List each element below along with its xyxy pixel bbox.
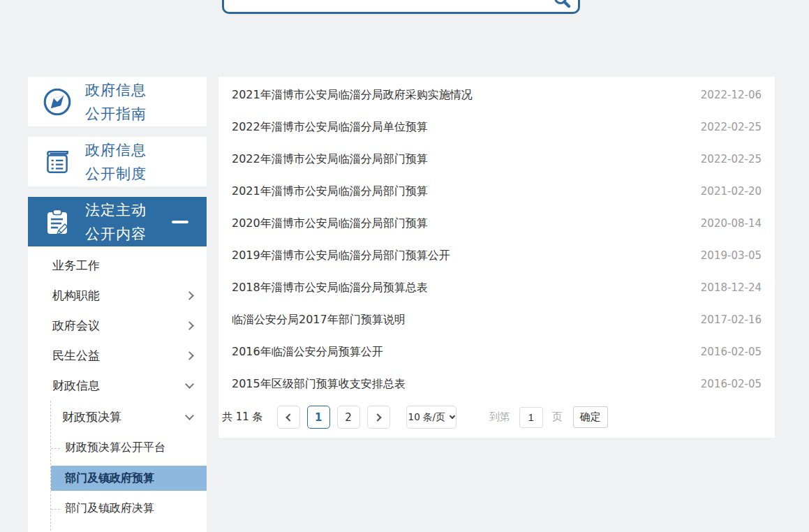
total-count-label: 共 11 条 <box>222 411 263 424</box>
list-item[interactable]: 2019年淄博市公安局临淄分局部门预算公开 2019-03-05 <box>232 239 762 272</box>
menu-item-label: 民生公益 <box>52 348 100 364</box>
sidebar-item-disclosure-system[interactable]: 政府信息 公开制度 <box>28 137 207 186</box>
menu-item-label: 政府会议 <box>52 318 100 334</box>
sidebar-item-label: 法定主动 公开内容 <box>85 198 147 246</box>
sidebar-item-budget-platform[interactable]: 财政预决算公开平台 <box>51 433 207 463</box>
article-date: 2016-02-05 <box>701 378 762 390</box>
ledger-icon <box>40 145 74 179</box>
menu-item-label: 机构职能 <box>52 288 100 304</box>
chevron-right-icon <box>185 321 194 330</box>
chevron-down-icon <box>185 380 194 389</box>
article-title[interactable]: 2021年淄博市公安局临淄分局政府采购实施情况 <box>232 88 473 103</box>
menu-item-label: 财政预决算公开平台 <box>65 441 165 455</box>
page-button-2[interactable]: 2 <box>337 406 360 429</box>
collapse-minus-icon[interactable] <box>172 221 188 223</box>
article-title[interactable]: 2022年淄博市公安局临淄分局单位预算 <box>232 120 428 135</box>
article-date: 2016-02-05 <box>701 346 762 358</box>
article-date: 2017-02-16 <box>701 313 762 326</box>
compass-icon <box>40 85 74 119</box>
chevron-down-icon <box>449 413 454 419</box>
goto-suffix-label: 页 <box>552 411 563 424</box>
chevron-down-icon <box>185 411 194 420</box>
chevron-right-icon <box>373 413 381 421</box>
page-button-1[interactable]: 1 <box>307 406 330 429</box>
clipboard-pencil-icon <box>40 205 74 239</box>
article-date: 2022-02-25 <box>701 121 762 133</box>
list-item[interactable]: 2018年淄博市公安局临淄分局预算总表 2018-12-24 <box>232 272 762 304</box>
goto-prefix-label: 到第 <box>489 411 510 424</box>
sidebar: 政府信息 公开指南 政府信息 公开制度 <box>28 77 207 532</box>
article-title[interactable]: 2019年淄博市公安局临淄分局部门预算公开 <box>232 249 450 263</box>
list-item[interactable]: 2022年淄博市公安局临淄分局单位预算 2022-02-25 <box>232 111 762 143</box>
article-date: 2018-12-24 <box>701 281 762 294</box>
article-title[interactable]: 2022年淄博市公安局临淄分局部门预算 <box>232 152 428 167</box>
list-item[interactable]: 2015年区级部门预算收支安排总表 2016-02-05 <box>232 368 762 400</box>
article-date: 2019-03-05 <box>701 249 762 262</box>
goto-page-group: 到第 页 确定 <box>489 406 608 428</box>
page: 政府信息 公开指南 政府信息 公开制度 <box>0 0 809 532</box>
sidebar-item-org-functions[interactable]: 机构职能 <box>28 281 207 311</box>
article-title[interactable]: 2020年淄博市公安局临淄分局部门预算 <box>232 216 428 231</box>
menu-item-label: 业务工作 <box>52 258 100 274</box>
fiscal-subtree: 财政预决算 财政预决算公开平台 部门及镇政府预算 部门及镇政府决算 <box>50 401 207 532</box>
next-page-button[interactable] <box>367 406 390 429</box>
list-item[interactable]: 2021年淄博市公安局临淄分局政府采购实施情况 2022-12-06 <box>232 79 762 111</box>
article-title[interactable]: 临淄公安分局2017年部门预算说明 <box>232 313 406 327</box>
sidebar-item-fiscal-info[interactable]: 财政信息 <box>28 371 207 401</box>
sidebar-item-business-work[interactable]: 业务工作 <box>28 251 207 281</box>
sidebar-item-statutory-disclosure[interactable]: 法定主动 公开内容 <box>28 197 207 246</box>
page-size-label: 10 条/页 <box>408 411 445 424</box>
chevron-right-icon <box>185 291 194 300</box>
chevron-right-icon <box>185 351 194 360</box>
menu-item-label: 财政信息 <box>52 378 100 394</box>
article-list-panel: 2021年淄博市公安局临淄分局政府采购实施情况 2022-12-06 2022年… <box>218 77 775 438</box>
list-item[interactable]: 2016年临淄公安分局预算公开 2016-02-05 <box>232 336 762 368</box>
article-title[interactable]: 2021年淄博市公安局临淄分局部门预算 <box>232 184 428 199</box>
sidebar-item-livelihood[interactable]: 民生公益 <box>28 341 207 371</box>
chevron-left-icon <box>285 413 293 421</box>
prev-page-button[interactable] <box>277 406 300 429</box>
list-item[interactable]: 临淄公安分局2017年部门预算说明 2017-02-16 <box>232 304 762 336</box>
sidebar-item-label: 政府信息 公开制度 <box>85 138 147 186</box>
article-date: 2022-12-06 <box>701 89 762 101</box>
pagination-bar: 共 11 条 1 2 10 条/页 到第 页 确定 <box>222 406 608 429</box>
sidebar-menu: 业务工作 机构职能 政府会议 民生公益 财政信息 财政预决算 <box>28 246 207 532</box>
menu-item-label: 部门及镇政府预算 <box>65 471 154 486</box>
article-date: 2021-02-20 <box>701 185 762 198</box>
page-size-select[interactable]: 10 条/页 <box>406 406 457 429</box>
article-title[interactable]: 2018年淄博市公安局临淄分局预算总表 <box>232 281 428 295</box>
sidebar-item-budget-final-accounts[interactable]: 财政预决算 <box>51 401 207 433</box>
sidebar-item-label: 政府信息 公开指南 <box>85 78 147 126</box>
confirm-button[interactable]: 确定 <box>573 406 608 428</box>
article-title[interactable]: 2016年临淄公安分局预算公开 <box>232 345 383 360</box>
search-input[interactable] <box>231 0 538 13</box>
list-item[interactable]: 2022年淄博市公安局临淄分局部门预算 2022-02-25 <box>232 143 762 175</box>
sidebar-item-gov-meetings[interactable]: 政府会议 <box>28 311 207 341</box>
goto-page-input[interactable] <box>519 407 543 428</box>
list-item[interactable]: 2020年淄博市公安局临淄分局部门预算 2020-08-14 <box>232 207 762 239</box>
list-item[interactable]: 2021年淄博市公安局临淄分局部门预算 2021-02-20 <box>232 175 762 207</box>
article-list: 2021年淄博市公安局临淄分局政府采购实施情况 2022-12-06 2022年… <box>218 77 775 400</box>
sidebar-item-disclosure-guide[interactable]: 政府信息 公开指南 <box>28 77 207 126</box>
menu-item-label: 部门及镇政府决算 <box>65 501 154 516</box>
search-icon[interactable] <box>553 0 571 8</box>
article-date: 2022-02-25 <box>701 153 762 165</box>
sidebar-item-dept-town-budget[interactable]: 部门及镇政府预算 <box>51 466 207 491</box>
menu-item-label: 财政预决算 <box>62 409 121 425</box>
article-title[interactable]: 2015年区级部门预算收支安排总表 <box>232 377 406 392</box>
sidebar-item-dept-town-final[interactable]: 部门及镇政府决算 <box>51 494 207 524</box>
search-box <box>222 0 580 14</box>
article-date: 2020-08-14 <box>701 217 762 230</box>
